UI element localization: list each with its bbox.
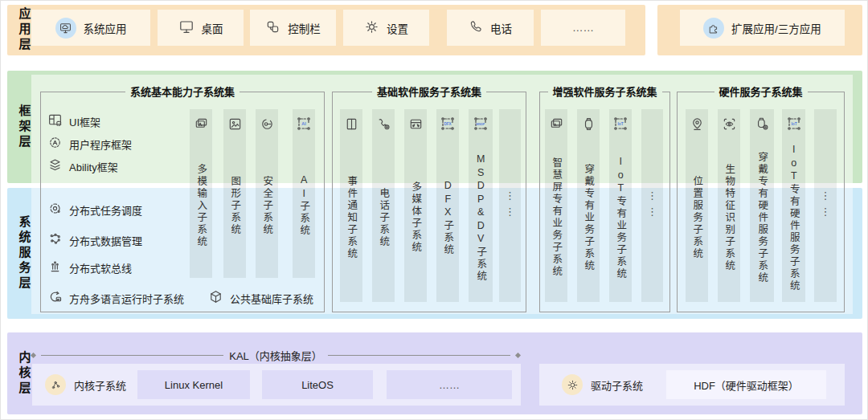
framework-item-ability: Ability框架	[47, 157, 118, 175]
telephony-icon	[372, 113, 395, 134]
group-title: 增强软件服务子系统集	[553, 85, 657, 99]
vertical-ellipsis: ⋮⋮	[504, 190, 516, 222]
subsystem-column-wearable-hw: 穿戴专有硬件服务子系统	[750, 109, 774, 302]
subsystem-column-graphics: 图形子系统	[223, 109, 246, 278]
services-item-ark-runtime: 方舟多语言运行时子系统	[47, 289, 184, 307]
services-item-common-library: 公共基础库子系统	[208, 289, 313, 307]
ui-framework-icon	[47, 112, 63, 130]
svg-text:IoT: IoT	[791, 122, 796, 126]
services-item-label: 公共基础库子系统	[230, 291, 313, 306]
group-title: 基础软件服务子系统集	[377, 85, 481, 99]
app-item-label: 扩展应用/三方应用	[731, 20, 821, 36]
kernel-option-more: ……	[387, 370, 512, 399]
services-item-label: 分布式软总线	[69, 260, 132, 275]
subsystem-column-multimedia: 多媒体子系统	[404, 109, 427, 302]
user-program-framework-icon	[47, 135, 63, 153]
framework-item-user-program: 用户程序框架	[47, 135, 132, 153]
services-item-softbus: 分布式软总线	[47, 259, 132, 276]
wearable-icon	[577, 113, 600, 134]
subsystem-column-biometric: 生物特征识别子系统	[718, 109, 740, 302]
subsystem-column-security: 安全子系统	[256, 109, 278, 278]
subsystem-column-label: IoT专有硬件服务子系统	[788, 144, 799, 292]
iot-hw-frame-icon: IoT	[782, 113, 805, 134]
driver-subsystem-box: 驱动子系统 HDF（硬件驱动框架）	[539, 364, 845, 406]
ai-frame-icon: AI	[293, 113, 315, 134]
subsystem-column-label: 智慧屏专有业务子系统	[551, 157, 562, 278]
distributed-data-icon	[47, 231, 63, 249]
phone-icon	[469, 19, 483, 36]
subsystem-column-label: 穿戴专有硬件服务子系统	[757, 152, 768, 284]
subsystem-column-multimodal-input: 多模输入子系统	[190, 109, 212, 278]
subsystem-column-label: 图形子系统	[230, 176, 240, 236]
iot-frame-icon: IoT	[609, 113, 632, 134]
event-notification-icon	[340, 113, 362, 134]
common-library-icon	[208, 289, 223, 307]
system-app-icon	[55, 18, 76, 39]
group-title: 硬件服务子系统集	[719, 85, 803, 99]
line-end-dot	[31, 353, 36, 358]
driver-gear-icon	[562, 374, 583, 395]
app-item-label: 电话	[490, 20, 512, 36]
vertical-ellipsis: ⋮⋮	[820, 190, 832, 222]
ark-runtime-icon	[47, 289, 63, 307]
services-item-label: 方舟多语言运行时子系统	[69, 291, 184, 306]
multimedia-icon	[404, 113, 427, 134]
services-item-task-scheduling: 分布式任务调度	[47, 201, 142, 218]
services-item-data-management: 分布式数据管理	[47, 231, 142, 249]
puzzle-icon	[703, 18, 724, 39]
app-item-label: 系统应用	[84, 20, 127, 36]
subsystem-column-label: 电话子系统	[379, 188, 389, 248]
services-item-label: 分布式数据管理	[69, 233, 142, 248]
hdf-framework-box: HDF（硬件驱动框架）	[666, 370, 826, 399]
kernel-layer-band: 内核层 KAL（内核抽象层） 内核子系统 Linux Kernel LiteOS…	[7, 332, 862, 414]
app-item-label: 设置	[387, 20, 408, 36]
svg-text:MSDP: MSDP	[477, 123, 485, 126]
subsystem-column-iot-hw: IoT IoT专有硬件服务子系统	[782, 109, 805, 302]
multimodal-input-icon	[190, 113, 212, 134]
more-subsystems-column: ⋮⋮	[814, 109, 837, 302]
harmonyos-architecture-diagram: 应用层 系统应用 桌面 控制栏 设置	[0, 0, 868, 420]
subsystem-column-label: 安全子系统	[262, 176, 272, 236]
kernel-option-label: Linux Kernel	[165, 379, 223, 391]
subsystem-column-label: 多模输入子系统	[196, 164, 207, 248]
app-item-phone: 电话	[447, 10, 534, 46]
subsystem-column-msdp-dv: MSDP MSDP&DV子系统	[469, 109, 493, 302]
subsystem-column-label: 事件通知子系统	[346, 176, 357, 260]
app-item-system-apps: 系统应用	[31, 10, 150, 46]
kernel-option-liteos: LiteOS	[262, 370, 373, 399]
hdf-framework-label: HDF（硬件驱动框架）	[694, 377, 799, 393]
group-title: 系统基本能力子系统集	[130, 85, 235, 99]
services-item-label: 分布式任务调度	[69, 202, 142, 218]
kernel-option-label: ……	[439, 379, 460, 391]
app-item-extension-apps: 扩展应用/三方应用	[680, 10, 845, 46]
framework-item-label: Ability框架	[69, 159, 118, 174]
kernel-icon	[45, 374, 66, 395]
app-item-settings: 设置	[343, 10, 429, 46]
kernel-layer-label: 内核层	[14, 332, 34, 414]
kernel-option-linux: Linux Kernel	[137, 370, 250, 399]
more-subsystems-column: ⋮⋮	[641, 109, 663, 302]
kernel-subsystem-label: 内核子系统	[74, 364, 126, 406]
more-subsystems-column: ⋮⋮	[499, 109, 521, 302]
subsystem-column-label: DFX子系统	[443, 180, 453, 256]
subsystem-column-event-notification: 事件通知子系统	[340, 109, 362, 302]
app-item-label: 控制栏	[288, 20, 321, 36]
svg-text:IoT: IoT	[617, 122, 623, 126]
location-icon	[686, 113, 708, 134]
msdp-dv-frame-icon: MSDP	[469, 113, 493, 134]
subsystem-column-label: IoT专有业务子系统	[616, 156, 626, 280]
app-item-more: ……	[541, 10, 625, 46]
app-item-label: ……	[572, 22, 594, 34]
subsystem-column-label: MSDP&DV子系统	[476, 153, 486, 283]
desktop-icon	[178, 18, 194, 37]
distributed-softbus-icon	[47, 259, 63, 276]
framework-item-label: 用户程序框架	[69, 137, 132, 152]
app-layer-band: 应用层 系统应用 桌面 控制栏 设置	[7, 5, 645, 55]
subsystem-column-ai: AI AI子系统	[293, 109, 315, 278]
wearable-hw-icon	[750, 113, 774, 134]
subsystem-column-label: 穿戴专有业务子系统	[583, 164, 594, 272]
subsystem-column-smartscreen: 智慧屏专有业务子系统	[545, 109, 567, 302]
subsystem-column-label: 生物特征识别子系统	[724, 164, 735, 272]
kal-abstraction-line: KAL（内核抽象层）	[31, 348, 520, 363]
ability-framework-icon	[47, 157, 63, 175]
